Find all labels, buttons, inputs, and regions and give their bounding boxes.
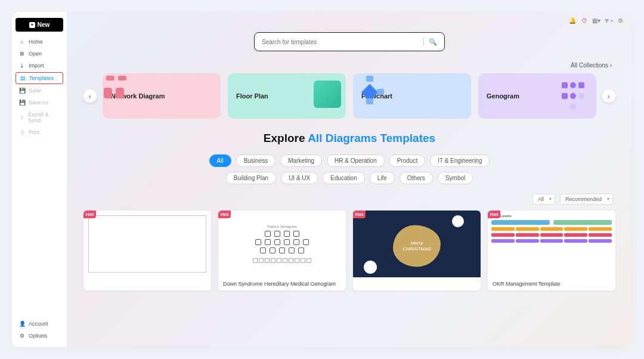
grid-icon[interactable]: ▦▾ bbox=[593, 17, 600, 24]
topbar: 🔔 ⏱ ▦▾ ⛛▾ ⚙ bbox=[569, 17, 624, 24]
sidebar-item-open[interactable]: 🗎 Open bbox=[16, 48, 63, 59]
sidebar-item-templates[interactable]: ▤ Templates bbox=[16, 72, 63, 84]
search-icon[interactable]: 🔍 bbox=[429, 38, 437, 46]
print-icon: ⎙ bbox=[19, 129, 25, 135]
category-cards: Network Diagram Floor Plan Flowc bbox=[103, 73, 596, 119]
chevron-right-icon: › bbox=[610, 62, 612, 69]
filter-pill-it-engineering[interactable]: IT & Engineering bbox=[430, 154, 490, 167]
template-card[interactable]: Hot OKR Levels OKR Management Template bbox=[488, 211, 615, 290]
filter-pill-ui-ux[interactable]: UI & UX bbox=[281, 172, 318, 184]
user-icon: 👤 bbox=[19, 321, 25, 327]
sidebar-item-home[interactable]: ⌂ Home bbox=[16, 36, 63, 47]
category-carousel: ‹ Network Diagram Floor Plan bbox=[83, 73, 615, 119]
filter-pill-all[interactable]: All bbox=[209, 154, 231, 167]
carousel-next[interactable]: › bbox=[602, 89, 615, 103]
template-grid: Hot Hot Patric's Genogram Down Syndrome … bbox=[83, 211, 615, 290]
floor-plan-icon bbox=[314, 81, 341, 108]
export-icon: ⇪ bbox=[19, 114, 24, 120]
sidebar: + New ⌂ Home 🗎 Open ⤓ Import ▤ Templates… bbox=[12, 12, 67, 347]
template-thumbnail: OKR Levels bbox=[488, 211, 615, 277]
filter-pill-building-plan[interactable]: Building Plan bbox=[226, 172, 276, 184]
search-wrap: 🔍 bbox=[83, 32, 615, 51]
filter-pill-others[interactable]: Others bbox=[400, 172, 433, 184]
home-icon: ⌂ bbox=[19, 39, 25, 45]
explore-heading: Explore All Diagrams Templates bbox=[83, 132, 615, 145]
template-icon: ▤ bbox=[20, 75, 26, 81]
greeting-line1: Merry bbox=[411, 240, 423, 246]
template-title: Down Syndrome Hereditary Medical Genogra… bbox=[218, 277, 346, 290]
sidebar-item-label: Home bbox=[29, 39, 43, 45]
filter-pill-hr-operation[interactable]: HR & Operation bbox=[327, 154, 385, 167]
sidebar-item-options[interactable]: ⚙ Options bbox=[16, 330, 63, 341]
search-input[interactable] bbox=[262, 39, 419, 45]
settings-icon[interactable]: ⚙ bbox=[617, 17, 624, 24]
hot-badge: Hot bbox=[353, 211, 366, 218]
clock-icon[interactable]: ⏱ bbox=[581, 17, 588, 24]
template-card[interactable]: Hot bbox=[83, 211, 211, 290]
sidebar-item-label: Print bbox=[29, 129, 40, 135]
new-button-label: New bbox=[38, 21, 50, 28]
hot-badge: Hot bbox=[488, 211, 500, 218]
template-card[interactable]: Hot Patric's Genogram Down Syndrome Here… bbox=[218, 211, 346, 290]
explore-highlight: All Diagrams Templates bbox=[308, 132, 435, 144]
gear-icon: ⚙ bbox=[19, 333, 25, 339]
filter-pill-marketing[interactable]: Marketing bbox=[280, 154, 322, 167]
filter-pills: All Business Marketing HR & Operation Pr… bbox=[182, 154, 516, 184]
filter-select[interactable]: All bbox=[532, 194, 555, 205]
sidebar-item-label: Save bbox=[29, 88, 41, 94]
sidebar-item-label: Import bbox=[29, 63, 44, 69]
filter-pill-symbol[interactable]: Symbol bbox=[438, 172, 473, 184]
sidebar-item-save-as[interactable]: 💾 Save As bbox=[16, 97, 63, 108]
all-collections-link[interactable]: All Collections › bbox=[83, 62, 615, 69]
category-card-genogram[interactable]: Genogram bbox=[478, 73, 596, 119]
category-card-floor-plan[interactable]: Floor Plan bbox=[228, 73, 346, 119]
sidebar-item-save[interactable]: 💾 Save bbox=[16, 85, 63, 96]
category-card-flowchart[interactable]: Flowchart bbox=[353, 73, 471, 119]
sidebar-item-label: Options bbox=[29, 333, 47, 339]
template-card[interactable]: Hot Merry CHRISTMAS bbox=[353, 211, 481, 290]
sidebar-item-print[interactable]: ⎙ Print bbox=[16, 127, 63, 138]
divider bbox=[423, 38, 424, 46]
filter-pill-product[interactable]: Product bbox=[389, 154, 425, 167]
content: 🔍 All Collections › ‹ Network Diagram bbox=[67, 12, 632, 347]
main-panel: 🔔 ⏱ ▦▾ ⛛▾ ⚙ 🔍 All Collections › ‹ bbox=[67, 12, 632, 347]
sidebar-item-label: Account bbox=[29, 321, 48, 327]
sidebar-item-account[interactable]: 👤 Account bbox=[16, 318, 63, 329]
template-thumbnail: Patric's Genogram bbox=[218, 211, 346, 277]
sort-row: All Recommended bbox=[83, 194, 615, 205]
genogram-icon bbox=[558, 81, 588, 111]
sidebar-item-label: Open bbox=[29, 51, 42, 57]
network-diagram-icon bbox=[103, 73, 132, 103]
sidebar-item-label: Templates bbox=[29, 75, 54, 81]
flowchart-icon bbox=[353, 73, 383, 103]
explore-prefix: Explore bbox=[264, 132, 308, 144]
funnel-icon[interactable]: ⛛▾ bbox=[605, 17, 612, 24]
sidebar-item-export-send[interactable]: ⇪ Export & Send bbox=[16, 109, 63, 126]
file-icon: 🗎 bbox=[19, 51, 25, 57]
filter-pill-education[interactable]: Education bbox=[323, 172, 364, 184]
category-label: Genogram bbox=[487, 92, 519, 100]
bell-icon[interactable]: 🔔 bbox=[569, 17, 576, 24]
category-label: Floor Plan bbox=[236, 92, 268, 100]
hot-badge: Hot bbox=[218, 211, 231, 218]
app-window: + New ⌂ Home 🗎 Open ⤓ Import ▤ Templates… bbox=[12, 12, 632, 347]
sidebar-item-import[interactable]: ⤓ Import bbox=[16, 60, 63, 71]
template-thumbnail: Merry CHRISTMAS bbox=[353, 211, 481, 277]
template-title: OKR Management Template bbox=[488, 277, 615, 290]
import-icon: ⤓ bbox=[19, 63, 25, 69]
carousel-prev[interactable]: ‹ bbox=[83, 89, 97, 103]
filter-pill-business[interactable]: Business bbox=[236, 154, 276, 167]
hot-badge: Hot bbox=[83, 211, 96, 218]
save-as-icon: 💾 bbox=[19, 100, 25, 106]
all-collections-label: All Collections bbox=[571, 62, 608, 69]
filter-pill-life[interactable]: Life bbox=[370, 172, 395, 184]
sidebar-item-label: Export & Send bbox=[28, 112, 60, 123]
greeting-line2: CHRISTMAS bbox=[402, 246, 431, 252]
template-thumbnail bbox=[83, 211, 211, 277]
search-box[interactable]: 🔍 bbox=[254, 32, 445, 51]
category-card-network-diagram[interactable]: Network Diagram bbox=[103, 73, 221, 119]
sort-select[interactable]: Recommended bbox=[560, 194, 613, 205]
save-icon: 💾 bbox=[19, 88, 25, 94]
new-button[interactable]: + New bbox=[16, 18, 63, 32]
sidebar-item-label: Save As bbox=[29, 100, 48, 106]
